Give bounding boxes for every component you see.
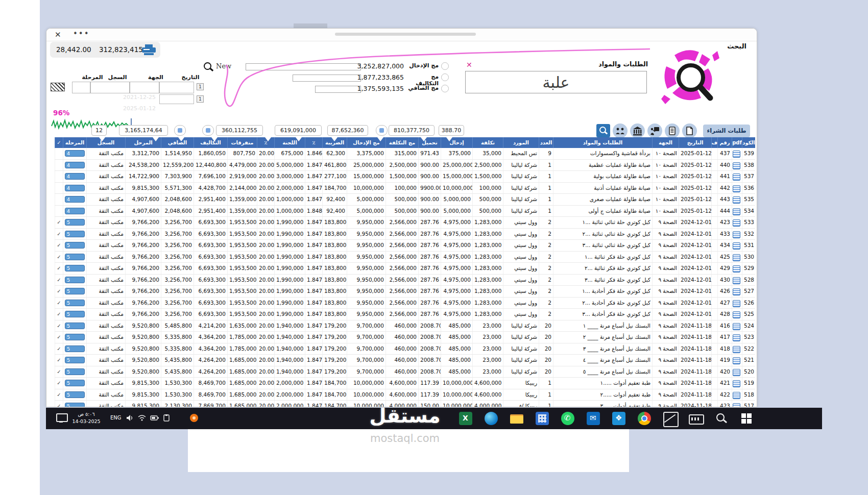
report-button[interactable] <box>665 123 680 138</box>
table-row[interactable]: 5194212024-11-18الصحة ٩طبة تعقيم أدوات .… <box>55 378 755 389</box>
taskbar-photos-icon[interactable] <box>611 411 626 426</box>
header-cell[interactable]: ف <box>711 137 717 148</box>
people-button[interactable] <box>613 123 628 138</box>
pdf-link-icon[interactable] <box>733 265 740 273</box>
header-cell[interactable]: ✓ <box>55 137 63 148</box>
bank-button[interactable] <box>630 123 645 138</box>
pdf-link-icon[interactable] <box>733 403 740 407</box>
pdf-link-icon[interactable] <box>733 311 740 318</box>
table-row[interactable]: 5344442025-01-12الصحة ١٠صيانة طاولة عملي… <box>55 206 755 217</box>
table-row[interactable]: 5184222024-11-18الصحة ٩طبة تعقيم أدوات .… <box>55 389 755 401</box>
table-row[interactable]: 5354432025-01-12الصحة ١٠صيانة طاولة عملي… <box>55 194 755 206</box>
header-cell[interactable]: الكود <box>742 137 755 148</box>
table-row[interactable]: 5294292024-12-01الصحة ٩كبل كوتري حلة فكر… <box>55 263 755 275</box>
clipboard-tray-icon[interactable] <box>162 414 171 424</box>
taskbar-search-icon[interactable] <box>713 411 729 426</box>
summary-toggle-sum-icon[interactable] <box>376 125 388 136</box>
pdf-link-icon[interactable] <box>733 208 740 215</box>
header-cell[interactable]: السجل <box>86 137 125 148</box>
pdf-link-icon[interactable] <box>733 185 740 192</box>
more-menu-icon[interactable]: ••• <box>73 29 90 38</box>
taskbar-chrome-icon[interactable] <box>637 411 652 426</box>
table-row[interactable]: 5234172024-11-18الصحة ٩البستك نيل أسباع … <box>55 332 755 343</box>
table-row[interactable]: 5264272024-12-01الصحة ٩كبل كوتري حلة فكر… <box>55 298 755 309</box>
clear-search-icon[interactable]: ✕ <box>466 61 472 69</box>
pdf-link-icon[interactable] <box>733 151 740 158</box>
taskbar-file-explorer-icon[interactable] <box>509 411 524 426</box>
table-row[interactable]: 5324332024-12-01الصحة ٩كبل كوتري حلة ثنا… <box>55 229 755 240</box>
header-cell[interactable]: تكلفة <box>472 137 503 148</box>
header-cell[interactable]: ٪ <box>305 137 322 148</box>
header-cell[interactable]: رقم <box>717 137 732 148</box>
taskbar-3d-viewer-icon[interactable] <box>662 411 678 426</box>
summary-load[interactable]: 388.70 <box>439 125 464 136</box>
windows-start-icon[interactable] <box>739 411 754 426</box>
summary-count[interactable]: 12 <box>91 125 107 136</box>
header-cell[interactable]: متفرقات <box>227 137 257 148</box>
language-indicator[interactable]: ENG <box>110 415 122 420</box>
search-input[interactable] <box>465 71 647 93</box>
summary-stage[interactable]: 3,165,174,64 <box>119 125 168 136</box>
taskbar-excel-icon[interactable] <box>458 411 473 426</box>
header-cell[interactable]: التاريخ <box>679 137 711 148</box>
header-cell[interactable]: المرحلة <box>63 137 86 148</box>
table-row[interactable]: 5204202024-11-18الصحة ٩البستك نيل أسباع … <box>55 366 755 378</box>
pdf-link-icon[interactable] <box>733 277 740 284</box>
date-spin-button-2[interactable]: 1 <box>197 95 204 103</box>
battery-icon[interactable] <box>150 414 159 424</box>
table-row[interactable]: 5334232024-12-01الصحة ٩كبل كوتري حلة ثنا… <box>55 217 755 229</box>
total-cost-1[interactable] <box>293 75 361 82</box>
table-row[interactable]: 5394372025-01-12الصحة ١٠بردأة قماشية واك… <box>55 148 755 160</box>
header-cell[interactable]: المورد <box>503 137 539 148</box>
pdf-link-icon[interactable] <box>733 174 740 181</box>
pdf-link-icon[interactable] <box>733 323 740 330</box>
table-row[interactable]: 5364422025-01-12الصحة ١٠صيانة طاولة عملي… <box>55 183 755 194</box>
pdf-link-icon[interactable] <box>733 334 740 341</box>
taskbar-calculator-icon[interactable] <box>535 411 550 426</box>
pdf-link-icon[interactable] <box>733 219 740 227</box>
summary-toggle-costs-icon[interactable] <box>202 125 214 136</box>
pdf-link-icon[interactable] <box>733 254 740 261</box>
pdf-link-icon[interactable] <box>733 346 740 353</box>
table-row[interactable]: 5384402025-01-12الصحة ١٠صيانة طاولة عملي… <box>55 160 755 171</box>
header-cell[interactable]: الصافي <box>161 137 194 148</box>
table-row[interactable]: 5304252024-12-01الصحة ٩كبل كوتري حلة فكر… <box>55 252 755 263</box>
table-search-button[interactable] <box>596 124 610 137</box>
pdf-link-icon[interactable] <box>733 162 740 169</box>
header-cell[interactable]: pdf <box>732 137 742 148</box>
speaker-icon[interactable] <box>126 414 134 424</box>
taskbar-keyboard-icon[interactable] <box>688 411 703 426</box>
header-cell[interactable]: الجهة <box>652 137 679 148</box>
pdf-link-icon[interactable] <box>733 392 740 399</box>
table-row[interactable]: 5314342024-12-01الصحة ٩كبل كوتري حلة ثنا… <box>55 240 755 252</box>
network-icon[interactable] <box>138 414 146 424</box>
tab-purchase-orders[interactable]: طلبات الشراء <box>703 125 750 137</box>
table-row[interactable]: 5274262024-12-01الصحة ٩كبل كوتري حلة فكر… <box>55 286 755 298</box>
table-row[interactable]: 5244162024-11-18الصحة ٩البستك نيل أسباع … <box>55 320 755 332</box>
clock[interactable]: ٥:٠٦ ص 14-03-2025 <box>69 411 103 425</box>
table-row[interactable]: 5254282024-12-01الصحة ٩كبل كوتري حلة فكر… <box>55 309 755 320</box>
summary-toggle-net-icon[interactable] <box>174 125 186 136</box>
pdf-link-icon[interactable] <box>733 357 740 364</box>
header-cell[interactable]: إدخال <box>441 137 472 148</box>
header-cell[interactable]: مج التكلفة <box>385 137 418 148</box>
total-cost-radio[interactable] <box>441 73 449 81</box>
header-cell[interactable]: العدد <box>539 137 553 148</box>
summary-committee[interactable]: 619,091,000 <box>275 125 322 136</box>
summary-costs[interactable]: 360,112,755 <box>216 125 263 136</box>
header-cell[interactable]: الطلبات والمواد <box>553 137 652 148</box>
taskbar-edge-icon[interactable] <box>484 411 499 426</box>
pdf-link-icon[interactable] <box>733 300 740 307</box>
summary-sum-cost[interactable]: 810,377,750 <box>389 125 435 136</box>
table-row[interactable]: 5214192024-11-18الصحة ٩البستك نيل أسباع … <box>55 355 755 366</box>
new-document-button[interactable] <box>682 123 697 138</box>
total-net-radio[interactable] <box>441 85 449 92</box>
total-input-1[interactable] <box>246 63 361 70</box>
pdf-link-icon[interactable] <box>733 369 740 376</box>
printer-icon[interactable] <box>142 44 156 55</box>
taskbar-whatsapp-icon[interactable] <box>560 411 575 426</box>
taskbar-mail-icon[interactable] <box>586 411 601 426</box>
pdf-link-icon[interactable] <box>733 196 740 204</box>
summary-tax[interactable]: 87,652,360 <box>327 125 368 136</box>
table-row[interactable]: 5224182024-11-18الصحة ٩البستك نيل أسباع … <box>55 343 755 355</box>
